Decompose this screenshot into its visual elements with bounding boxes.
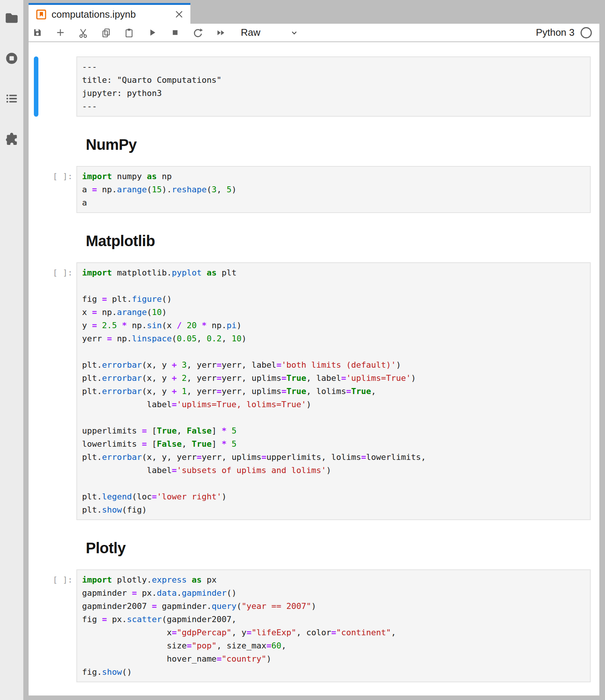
code-line (82, 477, 587, 490)
cell-prompt: [ ]: (38, 569, 76, 682)
code-line: plt.errorbar(x, y, yerr=yerr, uplims=upp… (82, 450, 587, 464)
cell-collapser[interactable] (34, 262, 38, 520)
save-icon (32, 27, 43, 38)
code-line: y = 2.5 * np.sin(x / 20 * np.pi) (82, 319, 587, 332)
code-line (82, 279, 587, 292)
cell-type-selected: Raw (241, 27, 260, 38)
scissors-icon (78, 27, 88, 38)
run-cell-button[interactable] (147, 27, 157, 38)
stop-icon (170, 27, 180, 38)
code-line: gapminder2007 = gapminder.query("year ==… (82, 600, 587, 613)
cell-prompt: [ ]: (38, 166, 76, 213)
code-line: size="pop", size_max=60, (82, 639, 587, 652)
notebook-cells: ---title: "Quarto Computations"jupyter: … (29, 56, 599, 682)
tab-bar: computations.ipynb (23, 0, 605, 24)
code-line: a (82, 196, 587, 209)
copy-icon (101, 27, 111, 38)
document-tab[interactable]: computations.ipynb (29, 3, 190, 24)
code-line: gapminder = px.data.gapminder() (82, 586, 587, 600)
paste-cells-button[interactable] (124, 27, 134, 38)
code-cell: [ ]:import matplotlib.pyplot as pltfig =… (34, 262, 591, 520)
list-icon (5, 91, 19, 106)
sidebar-item-extensions[interactable] (4, 131, 19, 146)
notebook-document-panel: Raw Python 3 ---title: "Quarto Computati… (29, 24, 599, 695)
copy-cells-button[interactable] (101, 27, 111, 38)
markdown-heading-cell[interactable]: NumPy (86, 136, 599, 153)
plus-icon (55, 27, 65, 38)
code-line: x="gdpPercap", y="lifeExp", color="conti… (82, 626, 587, 639)
fast-forward-icon (216, 27, 226, 38)
sidebar-item-table-of-contents[interactable] (4, 91, 19, 106)
code-line: jupyter: python3 (82, 87, 587, 100)
notebook-icon (36, 9, 46, 20)
refresh-icon (193, 27, 203, 38)
save-button[interactable] (32, 27, 43, 38)
cell-editor[interactable]: ---title: "Quarto Computations"jupyter: … (76, 56, 591, 117)
code-line: --- (82, 100, 587, 113)
code-line: fig.show() (82, 665, 587, 679)
code-cell: [ ]:import plotly.express as pxgapminder… (34, 569, 591, 682)
sidebar-item-running-sessions[interactable] (4, 51, 19, 66)
code-line: fig = plt.figure() (82, 292, 587, 306)
code-line (82, 411, 587, 424)
code-line: title: "Quarto Computations" (82, 73, 587, 87)
notebook-scroll-area[interactable]: ---title: "Quarto Computations"jupyter: … (29, 42, 599, 695)
restart-and-run-all-button[interactable] (216, 27, 226, 38)
kernel-status-indicator[interactable] (581, 27, 592, 38)
code-line: plt.errorbar(x, y + 1, yerr=yerr, uplims… (82, 385, 587, 398)
cell-editor[interactable]: import matplotlib.pyplot as pltfig = plt… (76, 262, 591, 520)
insert-cell-button[interactable] (55, 27, 65, 38)
close-icon (175, 10, 184, 19)
cell-prompt (38, 56, 76, 117)
code-line: label='uplims=True, lolims=True') (82, 398, 587, 411)
code-line: import matplotlib.pyplot as plt (82, 266, 587, 279)
cell-prompt: [ ]: (38, 262, 76, 520)
code-cell: [ ]:import numpy as npa = np.arange(15).… (34, 166, 591, 213)
code-line: upperlimits = [True, False] * 5 (82, 424, 587, 437)
kernel-name[interactable]: Python 3 (536, 27, 575, 38)
notebook-toolbar: Raw Python 3 (29, 24, 599, 42)
tab-close-button[interactable] (175, 10, 184, 19)
clipboard-icon (124, 27, 134, 38)
code-line: plt.errorbar(x, y + 2, yerr=yerr, uplims… (82, 371, 587, 385)
code-line: import plotly.express as px (82, 573, 587, 586)
play-icon (147, 27, 157, 38)
cell-collapser[interactable] (34, 569, 38, 682)
code-line: lowerlimits = [False, True] * 5 (82, 437, 587, 450)
stop-circle-icon (5, 51, 19, 65)
tab-title: computations.ipynb (52, 9, 175, 20)
code-line: plt.legend(loc='lower right') (82, 490, 587, 503)
code-line (82, 345, 587, 358)
folder-icon (5, 11, 19, 25)
code-line: label='subsets of uplims and lolims') (82, 464, 587, 477)
sidebar-item-file-browser[interactable] (4, 11, 19, 26)
cut-cells-button[interactable] (78, 27, 88, 38)
cell-editor[interactable]: import plotly.express as pxgapminder = p… (76, 569, 591, 682)
activity-sidebar (0, 0, 23, 700)
raw-cell: ---title: "Quarto Computations"jupyter: … (34, 56, 591, 117)
cell-type-dropdown[interactable]: Raw (241, 27, 298, 38)
code-line: plt.show(fig) (82, 503, 587, 516)
code-line: plt.errorbar(x, y + 3, yerr=yerr, label=… (82, 358, 587, 371)
code-line: --- (82, 60, 587, 73)
code-line: hover_name="country") (82, 652, 587, 665)
code-line: x = np.arange(10) (82, 306, 587, 319)
interrupt-kernel-button[interactable] (170, 27, 180, 38)
main-dock-panel: computations.ipynb (23, 0, 605, 700)
markdown-heading-cell[interactable]: Matplotlib (86, 233, 599, 250)
cell-collapser[interactable] (34, 56, 38, 117)
code-line: a = np.arange(15).reshape(3, 5) (82, 183, 587, 196)
cell-editor[interactable]: import numpy as npa = np.arange(15).resh… (76, 166, 591, 213)
cell-collapser[interactable] (34, 166, 38, 213)
code-line: import numpy as np (82, 170, 587, 183)
code-line: yerr = np.linspace(0.05, 0.2, 10) (82, 332, 587, 345)
code-line: fig = px.scatter(gapminder2007, (82, 613, 587, 626)
restart-kernel-button[interactable] (193, 27, 203, 38)
puzzle-icon (5, 131, 19, 146)
markdown-heading-cell[interactable]: Plotly (86, 540, 599, 557)
chevron-down-icon (290, 29, 298, 37)
